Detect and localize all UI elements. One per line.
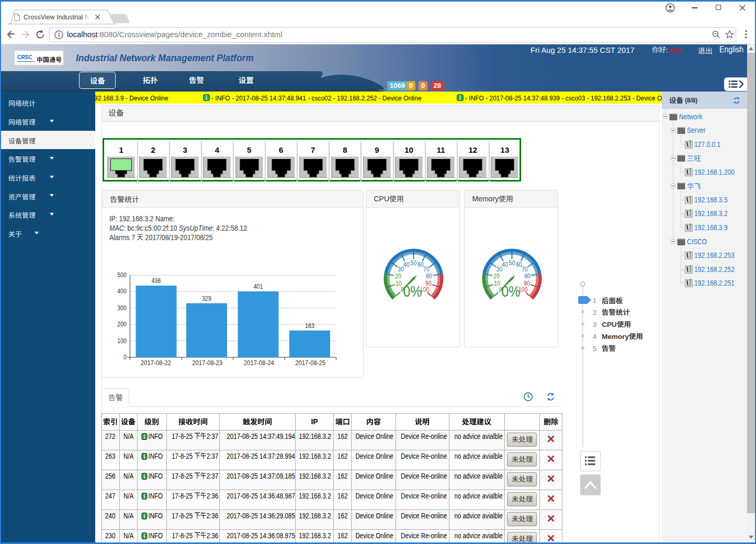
svg-text:10: 10 (396, 279, 402, 287)
svg-text:100: 100 (117, 337, 127, 345)
svg-text:200: 200 (117, 321, 127, 328)
svg-text:2017-08-25: 2017-08-25 (295, 359, 325, 367)
svg-text:80: 80 (524, 272, 531, 279)
svg-text:163: 163 (305, 322, 314, 330)
svg-text:400: 400 (117, 288, 127, 295)
svg-text:50: 50 (509, 259, 515, 266)
svg-text:50: 50 (410, 259, 416, 266)
svg-text:0: 0 (123, 354, 127, 361)
svg-text:70: 70 (521, 265, 527, 273)
svg-text:401: 401 (254, 283, 263, 290)
svg-text:2017-08-24: 2017-08-24 (244, 359, 274, 367)
svg-text:40: 40 (502, 260, 508, 268)
svg-text:329: 329 (202, 295, 211, 302)
svg-text:2017-08-23: 2017-08-23 (192, 359, 222, 367)
svg-text:0%: 0% (403, 282, 422, 299)
svg-text:500: 500 (117, 271, 127, 279)
svg-text:300: 300 (117, 304, 127, 312)
svg-text:10: 10 (494, 279, 500, 287)
svg-text:70: 70 (423, 265, 429, 273)
svg-text:0%: 0% (501, 282, 520, 299)
svg-text:40: 40 (403, 260, 410, 268)
svg-text:436: 436 (152, 277, 161, 285)
svg-text:80: 80 (426, 272, 432, 279)
svg-text:20: 20 (395, 272, 401, 279)
svg-text:20: 20 (493, 272, 500, 279)
svg-text:2017-08-22: 2017-08-22 (141, 359, 171, 367)
